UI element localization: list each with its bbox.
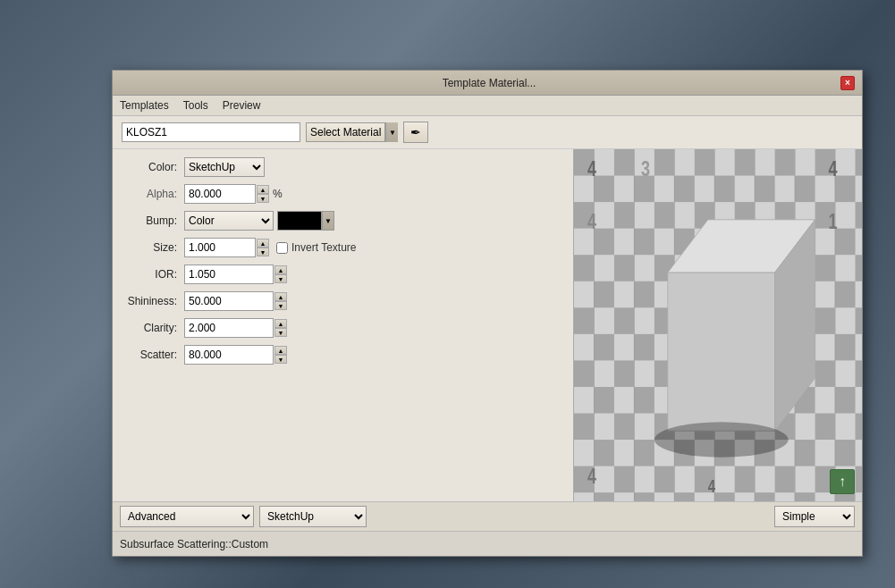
- shininess-spinner: ▲ ▼: [274, 292, 287, 310]
- dialog-window: Template Material... × Templates Tools P…: [112, 70, 863, 557]
- complexity-select[interactable]: Simple Complex: [774, 506, 855, 527]
- size-label: Size:: [122, 241, 184, 254]
- menu-tools[interactable]: Tools: [183, 99, 208, 112]
- shininess-label: Shininess:: [122, 295, 184, 307]
- alpha-input[interactable]: 80.000: [184, 184, 256, 204]
- scatter-label: Scatter:: [122, 349, 184, 361]
- svg-text:3: 3: [641, 156, 650, 180]
- renderer-select[interactable]: SketchUp Maxwell: [259, 506, 367, 527]
- alpha-spinner-down[interactable]: ▼: [257, 194, 269, 203]
- select-material-button[interactable]: Select Material ▼: [306, 122, 398, 142]
- upload-icon: ↑: [839, 474, 846, 490]
- clarity-label: Clarity:: [122, 322, 184, 334]
- size-input[interactable]: 1.000: [184, 238, 256, 257]
- clarity-spinner: ▲ ▼: [274, 319, 287, 337]
- invert-texture-label: Invert Texture: [291, 241, 356, 254]
- title-bar: Template Material... ×: [113, 71, 862, 96]
- svg-rect-6: [668, 273, 775, 431]
- ior-spinner-down[interactable]: ▼: [274, 274, 287, 283]
- shininess-spinner-down[interactable]: ▼: [274, 301, 287, 310]
- size-row: Size: 1.000 ▲ ▼ Invert Texture: [122, 237, 564, 258]
- clarity-row: Clarity: 2.000 ▲ ▼: [122, 317, 564, 339]
- bump-color-swatch[interactable]: [277, 211, 322, 231]
- clarity-spinner-up[interactable]: ▲: [274, 319, 287, 328]
- status-text: Subsurface Scattering::Custom: [120, 538, 268, 550]
- shininess-row: Shininess: 50.000 ▲ ▼: [122, 290, 564, 312]
- svg-point-16: [654, 422, 789, 457]
- status-bar: Subsurface Scattering::Custom: [113, 531, 862, 556]
- color-select[interactable]: SketchUp: [184, 157, 265, 177]
- select-material-label[interactable]: Select Material: [306, 122, 385, 142]
- eyedropper-button[interactable]: ✒: [403, 122, 428, 143]
- svg-text:4: 4: [829, 156, 838, 180]
- ior-row: IOR: 1.050 ▲ ▼: [122, 264, 564, 285]
- svg-text:4: 4: [587, 156, 596, 180]
- svg-text:4: 4: [587, 209, 596, 232]
- svg-text:1: 1: [829, 209, 838, 232]
- scatter-row: Scatter: 80.000 ▲ ▼: [122, 344, 564, 365]
- dialog-title: Template Material...: [138, 77, 840, 89]
- select-material-arrow[interactable]: ▼: [385, 122, 398, 142]
- bump-type-select[interactable]: Color: [184, 211, 274, 231]
- menu-bar: Templates Tools Preview: [113, 96, 862, 116]
- scatter-spinner: ▲ ▼: [274, 346, 287, 364]
- close-button[interactable]: ×: [840, 76, 855, 90]
- bottom-controls-bar: Advanced Basic SketchUp Maxwell Simple C…: [113, 501, 862, 531]
- scatter-input[interactable]: 80.000: [184, 345, 274, 365]
- preview-panel: 4 3 4 4 1 4 4 ↑: [573, 149, 862, 501]
- alpha-row: Alpha: 80.000 ▲ ▼ %: [122, 183, 564, 205]
- ior-spinner: ▲ ▼: [274, 265, 287, 283]
- ior-label: IOR:: [122, 268, 184, 281]
- color-label: Color:: [122, 161, 184, 173]
- alpha-unit: %: [273, 188, 283, 200]
- advanced-select[interactable]: Advanced Basic: [120, 506, 254, 527]
- clarity-input[interactable]: 2.000: [184, 318, 274, 338]
- ior-input[interactable]: 1.050: [184, 265, 274, 284]
- scatter-spinner-up[interactable]: ▲: [274, 346, 287, 355]
- bump-swatch-arrow[interactable]: ▼: [322, 211, 334, 231]
- clarity-spinner-down[interactable]: ▼: [274, 328, 287, 337]
- eyedropper-icon: ✒: [410, 125, 421, 139]
- menu-preview[interactable]: Preview: [223, 99, 261, 112]
- alpha-label: Alpha:: [122, 188, 184, 200]
- invert-texture-checkbox[interactable]: [276, 242, 288, 254]
- preview-upload-button[interactable]: ↑: [830, 469, 855, 494]
- svg-text:4: 4: [587, 465, 596, 488]
- size-spinner: ▲ ▼: [257, 239, 269, 256]
- material-name-input[interactable]: KLOSZ1: [122, 122, 300, 142]
- svg-text:4: 4: [708, 476, 716, 497]
- alpha-spinner: ▲ ▼: [257, 185, 269, 203]
- shininess-input[interactable]: 50.000: [184, 291, 274, 311]
- bump-label: Bump:: [122, 214, 184, 227]
- bump-row: Bump: Color ▼: [122, 210, 564, 231]
- scatter-spinner-down[interactable]: ▼: [274, 355, 287, 364]
- menu-templates[interactable]: Templates: [120, 99, 169, 112]
- size-spinner-up[interactable]: ▲: [257, 239, 269, 248]
- shininess-spinner-up[interactable]: ▲: [274, 292, 287, 301]
- ior-spinner-up[interactable]: ▲: [274, 265, 287, 274]
- alpha-spinner-up[interactable]: ▲: [257, 185, 269, 194]
- size-spinner-down[interactable]: ▼: [257, 248, 269, 256]
- preview-canvas: 4 3 4 4 1 4 4: [574, 149, 862, 501]
- color-row: Color: SketchUp: [122, 156, 564, 178]
